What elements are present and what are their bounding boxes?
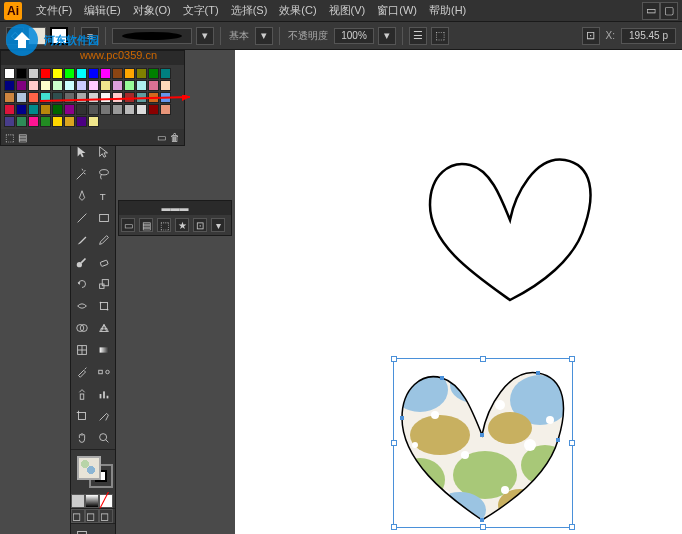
menu-file[interactable]: 文件(F) bbox=[30, 1, 78, 20]
swatch[interactable] bbox=[4, 80, 15, 91]
swatch[interactable] bbox=[76, 104, 87, 115]
swatch[interactable] bbox=[100, 68, 111, 79]
swatch[interactable] bbox=[28, 92, 39, 103]
swatch-menu-icon[interactable]: ▤ bbox=[18, 132, 27, 143]
lasso-tool[interactable] bbox=[93, 163, 115, 185]
resize-handle-r[interactable] bbox=[569, 440, 575, 446]
swatch[interactable] bbox=[148, 68, 159, 79]
swatch[interactable] bbox=[148, 104, 159, 115]
rectangle-tool[interactable] bbox=[93, 207, 115, 229]
no-selection-icon[interactable]: ◇ bbox=[6, 27, 24, 45]
swatch[interactable] bbox=[112, 104, 123, 115]
brush-dropdown[interactable]: ▾ bbox=[196, 27, 214, 45]
swatch[interactable] bbox=[160, 80, 171, 91]
none-mode[interactable]: ╱ bbox=[99, 494, 113, 508]
swatch[interactable] bbox=[52, 92, 63, 103]
lib-symbol-icon[interactable]: ⊡ bbox=[193, 218, 207, 232]
swatch[interactable] bbox=[16, 116, 27, 127]
swatch[interactable] bbox=[124, 92, 135, 103]
menu-select[interactable]: 选择(S) bbox=[225, 1, 274, 20]
color-mode[interactable] bbox=[71, 494, 85, 508]
swatch-new-icon[interactable]: ▭ bbox=[157, 132, 166, 143]
swatch[interactable] bbox=[76, 68, 87, 79]
lib-rect-icon[interactable]: ▭ bbox=[121, 218, 135, 232]
heart-shape-outline[interactable] bbox=[415, 145, 605, 315]
swatch[interactable] bbox=[28, 116, 39, 127]
align-btn[interactable]: ☰ bbox=[409, 27, 427, 45]
swatch[interactable] bbox=[124, 80, 135, 91]
artboard[interactable] bbox=[235, 50, 682, 534]
rotate-tool[interactable] bbox=[71, 273, 93, 295]
swatches-header[interactable] bbox=[1, 51, 184, 65]
resize-handle-t[interactable] bbox=[480, 356, 486, 362]
swatch[interactable] bbox=[136, 92, 147, 103]
blend-tool[interactable] bbox=[93, 361, 115, 383]
magic-wand-tool[interactable] bbox=[71, 163, 93, 185]
canvas[interactable] bbox=[235, 50, 682, 534]
perspective-tool[interactable] bbox=[93, 317, 115, 339]
menu-help[interactable]: 帮助(H) bbox=[423, 1, 472, 20]
resize-handle-b[interactable] bbox=[480, 524, 486, 530]
swatch[interactable] bbox=[64, 104, 75, 115]
swatch[interactable] bbox=[112, 92, 123, 103]
pencil-tool[interactable] bbox=[93, 229, 115, 251]
draw-behind[interactable]: ◻ bbox=[85, 509, 99, 523]
menu-effect[interactable]: 效果(C) bbox=[273, 1, 322, 20]
swatch[interactable] bbox=[16, 80, 27, 91]
swatch[interactable] bbox=[160, 68, 171, 79]
swatch-delete-icon[interactable]: 🗑 bbox=[170, 132, 180, 143]
swatch[interactable] bbox=[4, 104, 15, 115]
swatch[interactable] bbox=[16, 92, 27, 103]
swatch[interactable] bbox=[28, 68, 39, 79]
swatch[interactable] bbox=[88, 104, 99, 115]
stroke-indicator[interactable] bbox=[50, 27, 68, 45]
layout-btn-2[interactable]: ▢ bbox=[660, 2, 678, 20]
menu-edit[interactable]: 编辑(E) bbox=[78, 1, 127, 20]
swatch[interactable] bbox=[136, 80, 147, 91]
resize-handle-bl[interactable] bbox=[391, 524, 397, 530]
lib-star-icon[interactable]: ★ bbox=[175, 218, 189, 232]
draw-inside[interactable]: ◻ bbox=[99, 509, 113, 523]
swatch[interactable] bbox=[148, 80, 159, 91]
swatch[interactable] bbox=[16, 68, 27, 79]
gradient-tool[interactable] bbox=[93, 339, 115, 361]
swatch[interactable] bbox=[160, 92, 171, 103]
reference-point[interactable]: ⊡ bbox=[582, 27, 600, 45]
transform-btn[interactable]: ⬚ bbox=[431, 27, 449, 45]
swatch[interactable] bbox=[28, 104, 39, 115]
resize-handle-l[interactable] bbox=[391, 440, 397, 446]
opacity-input[interactable] bbox=[334, 28, 374, 44]
swatch[interactable] bbox=[136, 68, 147, 79]
menu-window[interactable]: 窗口(W) bbox=[371, 1, 423, 20]
swatch[interactable] bbox=[136, 104, 147, 115]
swatch[interactable] bbox=[16, 104, 27, 115]
swatch[interactable] bbox=[52, 104, 63, 115]
swatch[interactable] bbox=[40, 116, 51, 127]
swatch[interactable] bbox=[148, 92, 159, 103]
swatch[interactable] bbox=[28, 80, 39, 91]
swatch[interactable] bbox=[124, 104, 135, 115]
zoom-tool[interactable] bbox=[93, 427, 115, 449]
eraser-tool[interactable] bbox=[93, 251, 115, 273]
type-tool[interactable]: T bbox=[93, 185, 115, 207]
swatch[interactable] bbox=[40, 92, 51, 103]
swatch[interactable] bbox=[52, 80, 63, 91]
resize-handle-tr[interactable] bbox=[569, 356, 575, 362]
lib-menu-icon[interactable]: ▾ bbox=[211, 218, 225, 232]
line-tool[interactable] bbox=[71, 207, 93, 229]
swatch[interactable] bbox=[64, 116, 75, 127]
swatch-lib-icon[interactable]: ⬚ bbox=[5, 132, 14, 143]
swatch[interactable] bbox=[40, 104, 51, 115]
lib-brush-icon[interactable]: ⬚ bbox=[157, 218, 171, 232]
swatch[interactable] bbox=[64, 80, 75, 91]
swatch[interactable] bbox=[160, 104, 171, 115]
selection-bounds[interactable] bbox=[393, 358, 573, 528]
fill-indicator[interactable] bbox=[28, 27, 46, 45]
swatch[interactable] bbox=[76, 92, 87, 103]
swatch[interactable] bbox=[40, 68, 51, 79]
swatch[interactable] bbox=[76, 80, 87, 91]
blob-brush-tool[interactable] bbox=[71, 251, 93, 273]
resize-handle-br[interactable] bbox=[569, 524, 575, 530]
swatch[interactable] bbox=[100, 80, 111, 91]
swatch[interactable] bbox=[76, 116, 87, 127]
